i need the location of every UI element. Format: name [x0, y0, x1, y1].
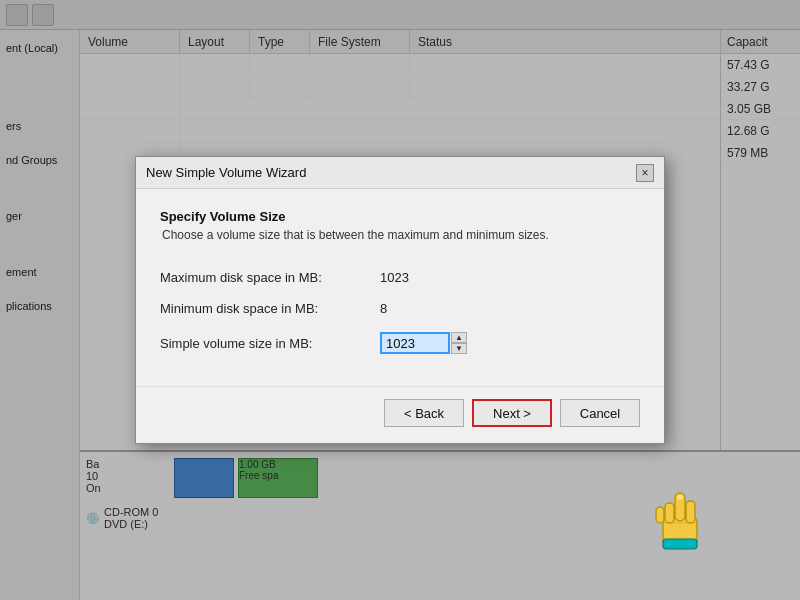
- svg-rect-2: [686, 501, 695, 523]
- modal-overlay: New Simple Volume Wizard × Specify Volum…: [0, 0, 800, 600]
- spin-down-button[interactable]: ▼: [451, 343, 467, 354]
- modal-dialog: New Simple Volume Wizard × Specify Volum…: [135, 156, 665, 444]
- svg-rect-7: [663, 539, 697, 549]
- min-disk-value: 8: [380, 301, 387, 316]
- size-input-group: ▲ ▼: [380, 332, 467, 354]
- close-button[interactable]: ×: [636, 164, 654, 182]
- max-disk-row: Maximum disk space in MB: 1023: [160, 270, 640, 285]
- next-button[interactable]: Next >: [472, 399, 552, 427]
- min-disk-label: Minimum disk space in MB:: [160, 301, 380, 316]
- min-disk-row: Minimum disk space in MB: 8: [160, 301, 640, 316]
- cancel-button[interactable]: Cancel: [560, 399, 640, 427]
- modal-titlebar: New Simple Volume Wizard ×: [136, 157, 664, 189]
- svg-rect-1: [675, 493, 685, 521]
- modal-title: New Simple Volume Wizard: [146, 165, 306, 180]
- svg-rect-0: [663, 517, 697, 545]
- section-description: Choose a volume size that is between the…: [160, 228, 640, 242]
- size-label: Simple volume size in MB:: [160, 336, 380, 351]
- cursor-hand-icon: [650, 482, 710, 552]
- svg-rect-5: [677, 495, 683, 500]
- max-disk-label: Maximum disk space in MB:: [160, 270, 380, 285]
- back-button[interactable]: < Back: [384, 399, 464, 427]
- size-input[interactable]: [380, 332, 450, 354]
- svg-rect-3: [665, 503, 674, 523]
- modal-body: Specify Volume Size Choose a volume size…: [136, 189, 664, 386]
- spin-buttons: ▲ ▼: [451, 332, 467, 354]
- max-disk-value: 1023: [380, 270, 409, 285]
- modal-footer: < Back Next > Cancel: [136, 386, 664, 443]
- section-title: Specify Volume Size: [160, 209, 640, 224]
- svg-rect-4: [656, 507, 664, 523]
- spin-up-button[interactable]: ▲: [451, 332, 467, 343]
- size-row: Simple volume size in MB: ▲ ▼: [160, 332, 640, 354]
